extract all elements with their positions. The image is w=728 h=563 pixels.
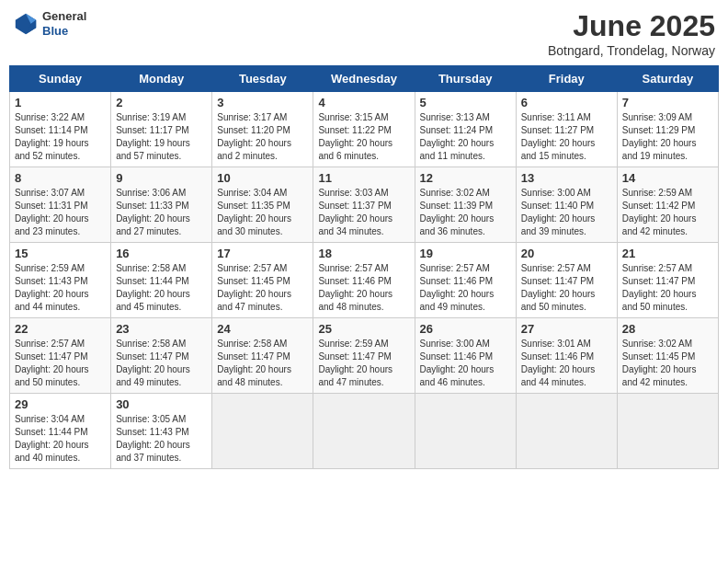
day-number: 9 [116, 171, 207, 185]
day-number: 22 [15, 322, 106, 336]
table-row: 8Sunrise: 3:07 AMSunset: 11:31 PMDayligh… [10, 167, 111, 243]
day-info: Sunrise: 2:57 AMSunset: 11:47 PMDaylight… [622, 262, 713, 314]
day-info: Sunrise: 3:01 AMSunset: 11:46 PMDaylight… [521, 338, 612, 389]
day-number: 18 [318, 247, 409, 260]
day-info: Sunrise: 3:09 AMSunset: 11:29 PMDaylight… [622, 111, 713, 163]
day-number: 1 [15, 96, 106, 109]
logo-icon [13, 11, 39, 37]
table-row: 19Sunrise: 2:57 AMSunset: 11:46 PMDaylig… [415, 243, 516, 318]
day-number: 20 [521, 247, 612, 260]
table-row: 13Sunrise: 3:00 AMSunset: 11:40 PMDaylig… [516, 167, 617, 243]
table-row: 26Sunrise: 3:00 AMSunset: 11:46 PMDaylig… [415, 318, 516, 394]
day-number: 5 [420, 96, 511, 109]
day-number: 24 [217, 322, 308, 336]
table-row: 10Sunrise: 3:04 AMSunset: 11:35 PMDaylig… [212, 167, 313, 243]
day-number: 25 [318, 322, 409, 336]
day-info: Sunrise: 3:19 AMSunset: 11:17 PMDaylight… [116, 111, 207, 163]
title-area: June 2025 Botngard, Trondelag, Norway [548, 9, 715, 58]
header-wednesday: Wednesday [313, 66, 415, 92]
day-number: 12 [420, 171, 511, 185]
logo: General Blue [13, 9, 86, 38]
day-info: Sunrise: 3:13 AMSunset: 11:24 PMDaylight… [420, 111, 511, 163]
header: General Blue June 2025 Botngard, Trondel… [9, 9, 719, 58]
day-number: 16 [116, 247, 207, 260]
table-row: 17Sunrise: 2:57 AMSunset: 11:45 PMDaylig… [212, 243, 313, 318]
table-row: 20Sunrise: 2:57 AMSunset: 11:47 PMDaylig… [516, 243, 617, 318]
header-monday: Monday [111, 66, 212, 92]
day-info: Sunrise: 3:04 AMSunset: 11:44 PMDaylight… [15, 413, 106, 465]
day-number: 19 [420, 247, 511, 260]
table-row: 5Sunrise: 3:13 AMSunset: 11:24 PMDayligh… [415, 92, 516, 167]
day-number: 7 [622, 96, 713, 109]
day-info: Sunrise: 3:15 AMSunset: 11:22 PMDaylight… [318, 111, 409, 163]
calendar-week-row: 15Sunrise: 2:59 AMSunset: 11:43 PMDaylig… [10, 243, 719, 318]
location: Botngard, Trondelag, Norway [548, 43, 715, 58]
weekday-header-row: Sunday Monday Tuesday Wednesday Thursday… [10, 66, 719, 92]
day-info: Sunrise: 3:00 AMSunset: 11:46 PMDaylight… [420, 338, 511, 389]
calendar-week-row: 29Sunrise: 3:04 AMSunset: 11:44 PMDaylig… [10, 394, 719, 469]
header-saturday: Saturday [617, 66, 718, 92]
day-info: Sunrise: 2:58 AMSunset: 11:47 PMDaylight… [116, 338, 207, 389]
logo-text: General Blue [42, 9, 86, 38]
table-row: 25Sunrise: 2:59 AMSunset: 11:47 PMDaylig… [313, 318, 415, 394]
day-number: 13 [521, 171, 612, 185]
day-number: 11 [318, 171, 409, 185]
calendar: Sunday Monday Tuesday Wednesday Thursday… [9, 65, 719, 469]
day-info: Sunrise: 2:59 AMSunset: 11:42 PMDaylight… [622, 187, 713, 238]
calendar-week-row: 22Sunrise: 2:57 AMSunset: 11:47 PMDaylig… [10, 318, 719, 394]
day-number: 3 [217, 96, 308, 109]
table-row: 14Sunrise: 2:59 AMSunset: 11:42 PMDaylig… [617, 167, 718, 243]
table-row [313, 394, 415, 469]
table-row [212, 394, 313, 469]
table-row: 29Sunrise: 3:04 AMSunset: 11:44 PMDaylig… [10, 394, 111, 469]
table-row: 7Sunrise: 3:09 AMSunset: 11:29 PMDayligh… [617, 92, 718, 167]
day-info: Sunrise: 3:03 AMSunset: 11:37 PMDaylight… [318, 187, 409, 238]
table-row: 11Sunrise: 3:03 AMSunset: 11:37 PMDaylig… [313, 167, 415, 243]
table-row: 27Sunrise: 3:01 AMSunset: 11:46 PMDaylig… [516, 318, 617, 394]
day-number: 6 [521, 96, 612, 109]
day-info: Sunrise: 2:59 AMSunset: 11:43 PMDaylight… [15, 262, 106, 314]
calendar-week-row: 8Sunrise: 3:07 AMSunset: 11:31 PMDayligh… [10, 167, 719, 243]
day-number: 8 [15, 171, 106, 185]
day-info: Sunrise: 3:04 AMSunset: 11:35 PMDaylight… [217, 187, 308, 238]
day-number: 10 [217, 171, 308, 185]
day-number: 14 [622, 171, 713, 185]
day-number: 23 [116, 322, 207, 336]
table-row: 28Sunrise: 3:02 AMSunset: 11:45 PMDaylig… [617, 318, 718, 394]
table-row: 6Sunrise: 3:11 AMSunset: 11:27 PMDayligh… [516, 92, 617, 167]
header-tuesday: Tuesday [212, 66, 313, 92]
day-info: Sunrise: 2:58 AMSunset: 11:47 PMDaylight… [217, 338, 308, 389]
day-number: 30 [116, 397, 207, 411]
day-info: Sunrise: 2:57 AMSunset: 11:47 PMDaylight… [15, 338, 106, 389]
header-friday: Friday [516, 66, 617, 92]
table-row: 1Sunrise: 3:22 AMSunset: 11:14 PMDayligh… [10, 92, 111, 167]
day-number: 21 [622, 247, 713, 260]
day-info: Sunrise: 3:06 AMSunset: 11:33 PMDaylight… [116, 187, 207, 238]
table-row: 3Sunrise: 3:17 AMSunset: 11:20 PMDayligh… [212, 92, 313, 167]
table-row: 18Sunrise: 2:57 AMSunset: 11:46 PMDaylig… [313, 243, 415, 318]
day-info: Sunrise: 3:17 AMSunset: 11:20 PMDaylight… [217, 111, 308, 163]
table-row: 24Sunrise: 2:58 AMSunset: 11:47 PMDaylig… [212, 318, 313, 394]
header-thursday: Thursday [415, 66, 516, 92]
day-info: Sunrise: 2:57 AMSunset: 11:46 PMDaylight… [318, 262, 409, 314]
table-row: 30Sunrise: 3:05 AMSunset: 11:43 PMDaylig… [111, 394, 212, 469]
table-row: 15Sunrise: 2:59 AMSunset: 11:43 PMDaylig… [10, 243, 111, 318]
table-row: 9Sunrise: 3:06 AMSunset: 11:33 PMDayligh… [111, 167, 212, 243]
calendar-week-row: 1Sunrise: 3:22 AMSunset: 11:14 PMDayligh… [10, 92, 719, 167]
day-info: Sunrise: 2:59 AMSunset: 11:47 PMDaylight… [318, 338, 409, 389]
month-title: June 2025 [548, 9, 715, 43]
logo-general: General [42, 9, 86, 24]
table-row: 12Sunrise: 3:02 AMSunset: 11:39 PMDaylig… [415, 167, 516, 243]
day-info: Sunrise: 3:02 AMSunset: 11:45 PMDaylight… [622, 338, 713, 389]
table-row [415, 394, 516, 469]
day-info: Sunrise: 2:58 AMSunset: 11:44 PMDaylight… [116, 262, 207, 314]
day-number: 26 [420, 322, 511, 336]
table-row [617, 394, 718, 469]
day-info: Sunrise: 2:57 AMSunset: 11:45 PMDaylight… [217, 262, 308, 314]
day-info: Sunrise: 3:00 AMSunset: 11:40 PMDaylight… [521, 187, 612, 238]
day-info: Sunrise: 3:07 AMSunset: 11:31 PMDaylight… [15, 187, 106, 238]
table-row: 16Sunrise: 2:58 AMSunset: 11:44 PMDaylig… [111, 243, 212, 318]
day-number: 2 [116, 96, 207, 109]
day-number: 29 [15, 397, 106, 411]
day-info: Sunrise: 3:02 AMSunset: 11:39 PMDaylight… [420, 187, 511, 238]
